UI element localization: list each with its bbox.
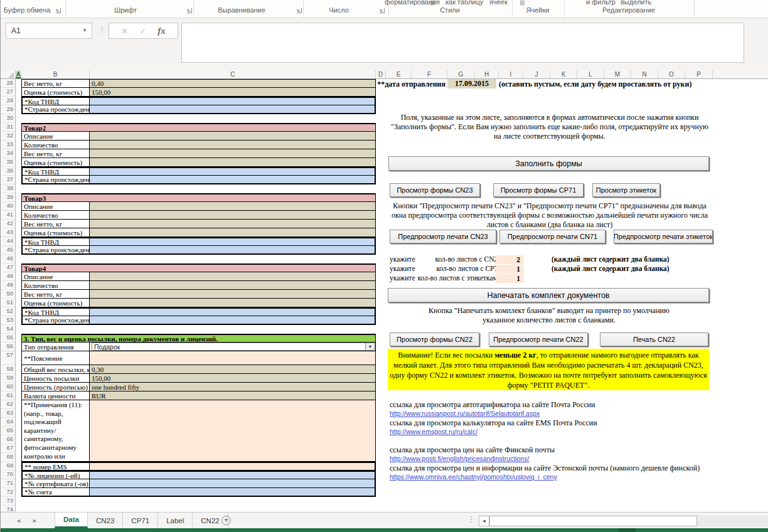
cell-label-53[interactable]: *Страна происхождения xyxy=(21,316,90,325)
count-value-cell[interactable]: 1 xyxy=(496,265,524,274)
cell-label-44[interactable]: *Код ТНВД xyxy=(21,237,90,246)
cell-value-60[interactable]: one hundred fifty xyxy=(90,383,376,391)
hscroll-track[interactable] xyxy=(697,516,768,526)
row-header-71[interactable]: 71 xyxy=(1,479,15,488)
cell-label-60[interactable]: Ценность (прописью) xyxy=(21,383,90,391)
tab-scroll-right-icon[interactable]: ► xyxy=(32,518,38,524)
row-header-55[interactable]: 55 xyxy=(1,334,15,343)
cell-label-43[interactable]: Оценка (стоимость) xyxy=(21,228,90,237)
cell-value-36[interactable] xyxy=(90,167,376,176)
cell-label-62-68[interactable]: **Примечания (11): (напр., товар, подлеж… xyxy=(21,400,90,462)
cell-label-33[interactable]: Количество xyxy=(21,141,90,149)
ship-date-cell[interactable]: 17.09.2015 xyxy=(447,79,496,88)
row-header-29[interactable]: 29 xyxy=(1,105,15,114)
sheet-tab-data[interactable]: Data xyxy=(55,513,88,528)
select-all-corner[interactable] xyxy=(1,70,16,78)
row-header-65[interactable]: 65 xyxy=(1,427,15,435)
row-header-43[interactable]: 43 xyxy=(1,228,15,237)
row-header-59[interactable]: 59 xyxy=(1,374,15,383)
view-form-button-3[interactable]: Просмотр этикеток xyxy=(592,183,660,197)
column-header-N[interactable]: N xyxy=(631,70,658,78)
row-header-69[interactable]: 69 xyxy=(1,462,15,471)
cell-label-26[interactable]: Вес нетто, кг xyxy=(21,79,90,88)
cell-label-49[interactable]: Количество xyxy=(21,281,90,290)
column-header-B[interactable]: B xyxy=(21,70,90,78)
cell-value-34[interactable] xyxy=(90,149,376,158)
cell-value-52[interactable] xyxy=(90,307,376,316)
row-header-35[interactable]: 35 xyxy=(1,158,15,167)
cell-value-40[interactable] xyxy=(90,202,376,211)
cell-label-58[interactable]: Общий вес посылки, кг xyxy=(21,365,90,374)
cell-label-52[interactable]: *Код ТНВД xyxy=(21,307,90,316)
insert-function-icon[interactable]: fx xyxy=(157,26,166,36)
row-header-44[interactable]: 44 xyxy=(1,237,15,246)
tab-resize-handle-icon[interactable]: ⋮ xyxy=(467,515,475,524)
cell-value-45[interactable] xyxy=(90,246,376,255)
row-header-60[interactable]: 60 xyxy=(1,383,15,391)
name-box[interactable]: A1 ▼ xyxy=(6,23,92,39)
cell-label-41[interactable]: Количество xyxy=(21,211,90,220)
cell-label-48[interactable]: Описание xyxy=(21,272,90,281)
cell-label-28[interactable]: *Код ТНВД xyxy=(21,97,90,105)
cell-label-61[interactable]: Валюта ценности xyxy=(21,391,90,400)
row-header-36[interactable]: 36 xyxy=(1,167,15,176)
row-header-37[interactable]: 37 xyxy=(1,176,15,184)
cell-value-26[interactable]: 0,40 xyxy=(90,79,376,88)
cell-value-43[interactable] xyxy=(90,228,376,237)
ribbon-button-fragment[interactable]: и фильтр xyxy=(586,0,616,6)
column-header-H[interactable]: H xyxy=(475,70,499,78)
cell-label-71[interactable]: *№ сертификата (-ов) xyxy=(21,479,90,488)
cell-value-42[interactable] xyxy=(90,220,376,228)
row-header-28[interactable]: 28 xyxy=(1,97,15,105)
cell-value-33[interactable] xyxy=(90,141,376,149)
row-header-72[interactable]: 72 xyxy=(1,488,15,497)
cell-value-69[interactable] xyxy=(90,462,376,471)
cell-value-27[interactable]: 150,00 xyxy=(90,88,376,97)
cell-label-42[interactable]: Вес нетто, кг xyxy=(21,220,90,228)
column-header-C[interactable]: C xyxy=(90,70,376,78)
cell-value-56[interactable]: Подарок▼ xyxy=(90,343,376,351)
row-header-68[interactable]: 68 xyxy=(1,453,15,462)
dialog-launcher-icon[interactable] xyxy=(56,8,61,13)
sheet-tab-cp71[interactable]: CP71 xyxy=(123,513,158,528)
row-header-64[interactable]: 64 xyxy=(1,418,15,427)
cell-label-45[interactable]: *Страна происхождения xyxy=(21,246,90,255)
cell-value-62-68[interactable] xyxy=(90,400,376,462)
cell-label-56[interactable]: Тип отправления xyxy=(21,343,90,351)
cell-label-35[interactable]: Оценка (стоимость) xyxy=(21,158,90,167)
cell-value-51[interactable] xyxy=(90,299,376,307)
row-header-42[interactable]: 42 xyxy=(1,220,15,228)
row-header-47[interactable]: 47 xyxy=(1,263,15,272)
cell-value-70[interactable] xyxy=(90,471,376,479)
column-header-G[interactable]: G xyxy=(447,70,475,78)
row-header-34[interactable]: 34 xyxy=(1,149,15,158)
row-header-49[interactable]: 49 xyxy=(1,281,15,290)
section-header-39[interactable]: Товар3 xyxy=(21,193,376,202)
count-value-cell[interactable]: 2 xyxy=(496,255,524,264)
name-box-dropdown-icon[interactable]: ▼ xyxy=(82,23,87,38)
row-header-50[interactable]: 50 xyxy=(1,290,15,299)
row-header-57[interactable]: 57 xyxy=(1,351,15,365)
row-header-41[interactable]: 41 xyxy=(1,211,15,220)
column-header-J[interactable]: J xyxy=(523,70,550,78)
column-header-K[interactable]: K xyxy=(550,70,577,78)
cell-value-59[interactable]: 150,00 xyxy=(90,374,376,383)
cn22-button-1[interactable]: Просмотр формы CN22 xyxy=(390,332,479,346)
row-header-63[interactable]: 63 xyxy=(1,409,15,418)
cell-label-50[interactable]: Вес нетто, кг xyxy=(21,290,90,299)
hyperlink[interactable]: http://www.russianpost.ru/autotarif/Sela… xyxy=(390,409,741,418)
cn22-button-3[interactable]: Печать CN22 xyxy=(600,332,708,346)
column-header-D[interactable]: D xyxy=(376,70,386,78)
cell-label-36[interactable]: *Код ТНВД xyxy=(21,167,90,176)
cell-label-51[interactable]: Оценка (стоимость) xyxy=(21,299,90,307)
cell-value-53[interactable] xyxy=(90,316,376,325)
tab-scroll-left-icon[interactable]: ◄ xyxy=(16,518,21,524)
cell-value-72[interactable] xyxy=(90,488,376,497)
column-header-L[interactable]: L xyxy=(577,70,604,78)
cell-value-61[interactable]: RUR xyxy=(90,391,376,400)
row-header-32[interactable]: 32 xyxy=(1,132,15,141)
row-header-73[interactable]: 73 xyxy=(1,497,15,506)
row-header-52[interactable]: 52 xyxy=(1,307,15,316)
row-header-53[interactable]: 53 xyxy=(1,316,15,325)
print-preview-button-1[interactable]: Предпросмотр печати CN23 xyxy=(390,230,496,243)
